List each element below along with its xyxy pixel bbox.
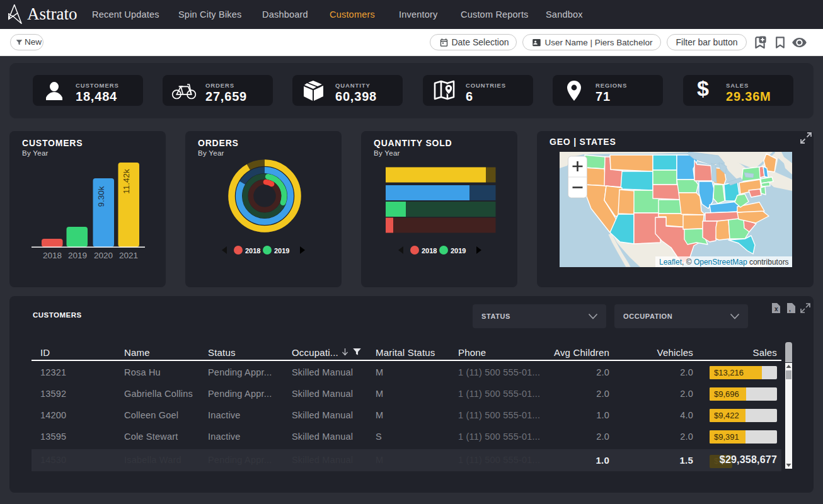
svg-text:9.30k: 9.30k bbox=[96, 186, 106, 207]
svg-text:2018: 2018 bbox=[43, 251, 62, 260]
svg-text:2021: 2021 bbox=[119, 251, 138, 260]
svg-text:11.42k: 11.42k bbox=[122, 169, 131, 194]
svg-text:2019: 2019 bbox=[68, 251, 87, 260]
svg-text:,: , bbox=[789, 306, 791, 312]
svg-text:Leaflet, © OpenStreetMap contr: Leaflet, © OpenStreetMap contributors bbox=[659, 258, 789, 266]
svg-text:2020: 2020 bbox=[94, 251, 113, 260]
svg-text:2019: 2019 bbox=[274, 247, 289, 255]
svg-text:2018: 2018 bbox=[422, 247, 437, 255]
svg-text:2019: 2019 bbox=[451, 247, 466, 255]
svg-text:2018: 2018 bbox=[245, 247, 260, 255]
svg-text:x: x bbox=[774, 306, 778, 312]
